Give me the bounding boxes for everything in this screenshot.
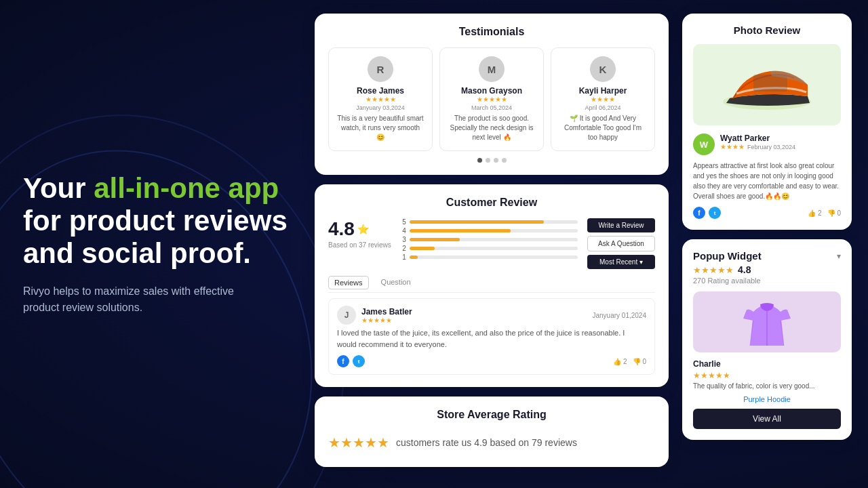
twitter-icon[interactable]: t	[709, 207, 721, 219]
bar-track	[410, 256, 578, 259]
review-actions: Write a Review Ask A Question Most Recen…	[587, 218, 655, 269]
most-recent-button[interactable]: Most Recent ▾	[587, 255, 655, 269]
list-item: K Kayli Harper ★★★★ April 06,2024 🌱 It i…	[551, 47, 655, 151]
star-icon: ★★★★	[720, 143, 745, 150]
dot-2[interactable]	[486, 158, 490, 163]
customer-review-title: Customer Review	[328, 197, 655, 209]
review-body: 4.8 ⭐ Based on 37 reviews 5 4 3	[328, 218, 655, 269]
twitter-icon[interactable]: t	[353, 355, 365, 367]
write-review-button[interactable]: Write a Review	[587, 218, 655, 232]
right-panel: Photo Review	[682, 14, 852, 474]
photo-review-social: f t 👍 2 👎 0	[693, 207, 841, 219]
thumbs-down-icon[interactable]: 👎 0	[633, 358, 646, 365]
view-all-button[interactable]: View All	[693, 409, 841, 429]
customer-review-card: Customer Review 4.8 ⭐ Based on 37 review…	[315, 184, 669, 387]
bar-row-5: 5	[401, 218, 578, 226]
bar-row-1: 1	[401, 253, 578, 261]
testimonial-date: Janyuary 03,2024	[356, 104, 405, 111]
bar-fill	[410, 238, 460, 241]
popup-widget-title: Popup Widget	[693, 250, 762, 262]
product-image	[693, 291, 841, 352]
product-name: Charlie	[693, 359, 841, 369]
social-icons: f t	[337, 355, 365, 367]
star-icon: ★★★★★	[366, 96, 396, 103]
review-text: I loved the taste of the juice, its exce…	[337, 327, 646, 350]
facebook-icon[interactable]: f	[337, 355, 349, 367]
bar-row-3: 3	[401, 236, 578, 243]
store-rating-body: ★★★★★ customers rate us 4.9 based on 79 …	[328, 430, 655, 455]
avatar: W	[693, 134, 715, 155]
bar-row-4: 4	[401, 227, 578, 235]
dot-1[interactable]	[477, 158, 482, 163]
center-cards: Testimonials R Rose James ★★★★★ Janyuary…	[315, 14, 669, 474]
rating-summary: 4.8 ⭐ Based on 37 reviews	[328, 218, 391, 269]
tab-reviews[interactable]: Reviews	[328, 276, 369, 289]
star-icon: ★★★★★	[328, 434, 389, 451]
list-item: R Rose James ★★★★★ Janyuary 03,2024 This…	[328, 47, 433, 151]
reviewer-text: Appears attractive at first look also gr…	[693, 161, 841, 201]
product-description: The quality of fabric, color is very goo…	[693, 382, 841, 390]
star-icon: ★★★★★	[477, 96, 507, 103]
bar-track	[410, 247, 578, 250]
avatar: J	[337, 306, 356, 325]
rating-bars: 5 4 3 2 1	[401, 218, 578, 269]
star-icon: ★★★★★	[693, 371, 841, 380]
rating-number: 4.8	[328, 218, 355, 240]
bar-track	[410, 238, 578, 241]
review-date: Janyuary 01,2024	[592, 312, 646, 319]
testimonial-text: The product is soo good. Specially the n…	[448, 114, 535, 142]
popup-rating-num: 4.8	[738, 264, 751, 275]
shoe-illustration	[716, 54, 818, 115]
star-icon: ★★★★★	[361, 317, 412, 324]
reviewer-info: Wyatt Parker ★★★★ February 03,2024	[720, 134, 841, 150]
testimonials-grid: R Rose James ★★★★★ Janyuary 03,2024 This…	[328, 47, 655, 151]
vote-row: 👍 2 👎 0	[613, 358, 646, 365]
facebook-icon[interactable]: f	[693, 207, 705, 219]
reviewer-name: James Batler	[361, 307, 412, 317]
product-link[interactable]: Purple Hoodie	[693, 395, 841, 403]
review-social: f t 👍 2 👎 0	[337, 355, 646, 367]
bar-track	[410, 220, 578, 224]
shoe-image	[693, 44, 841, 125]
hero-title-part2: for product reviews and social proof.	[23, 205, 288, 269]
avatar: M	[479, 56, 505, 82]
store-rating-title: Store Average Rating	[328, 409, 655, 421]
popup-count: 270 Rating available	[693, 277, 841, 285]
avatar: K	[590, 56, 616, 82]
vote-row: 👍 2 👎 0	[808, 209, 841, 217]
popup-rating-row: ★★★★★ 4.8	[693, 264, 841, 275]
social-icons: f t	[693, 207, 721, 219]
rating-based-on: Based on 37 reviews	[328, 241, 391, 249]
testimonial-text: This is a very beautiful smart watch, it…	[337, 114, 424, 142]
bar-fill	[410, 256, 418, 259]
star-icon: ★★★★★	[693, 265, 734, 275]
review-user-row: J James Batler ★★★★★ Janyuary 01,2024	[337, 306, 646, 325]
chevron-down-icon[interactable]: ▾	[837, 251, 841, 261]
thumbs-up-icon[interactable]: 👍 2	[808, 209, 821, 217]
testimonial-date: March 05,2024	[471, 104, 512, 111]
testimonial-name: Rose James	[357, 86, 404, 96]
hero-subtitle: Rivyo helps to maximize sales with effec…	[23, 283, 254, 316]
list-item: M Mason Grayson ★★★★★ March 05,2024 The …	[439, 47, 544, 151]
popup-widget-card: Popup Widget ▾ ★★★★★ 4.8 270 Rating avai…	[682, 239, 852, 440]
reviewer-date: February 03,2024	[747, 144, 795, 150]
testimonial-date: April 06,2024	[585, 104, 620, 111]
thumbs-down-icon[interactable]: 👎 0	[827, 209, 841, 217]
testimonials-title: Testimonials	[328, 26, 655, 38]
dot-3[interactable]	[494, 158, 498, 163]
ask-question-button[interactable]: Ask A Question	[587, 236, 655, 251]
popup-header: Popup Widget ▾	[693, 250, 841, 262]
bar-row-2: 2	[401, 245, 578, 252]
testimonial-name: Kayli Harper	[579, 86, 627, 96]
testimonial-name: Mason Grayson	[461, 86, 522, 96]
bar-fill	[410, 220, 545, 224]
testimonials-card: Testimonials R Rose James ★★★★★ Janyuary…	[315, 14, 669, 175]
tab-question[interactable]: Question	[376, 276, 416, 289]
photo-review-card: Photo Review	[682, 14, 852, 230]
bar-fill	[410, 247, 435, 250]
dot-4[interactable]	[502, 158, 507, 163]
avatar: R	[368, 56, 393, 82]
bar-fill	[410, 229, 511, 232]
thumbs-up-icon[interactable]: 👍 2	[613, 358, 627, 365]
hero-title: Your all-in-one app for product reviews …	[23, 172, 294, 270]
